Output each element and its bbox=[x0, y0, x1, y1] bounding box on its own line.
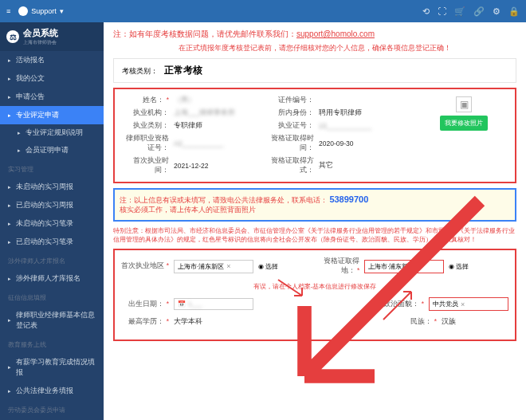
clear-icon[interactable]: × bbox=[417, 262, 421, 270]
sidebar-item[interactable]: ▸律师职业经律师基本信息登记表 bbox=[0, 306, 104, 335]
sidebar-item[interactable]: ▸已启动的实习笔录 bbox=[0, 233, 104, 251]
menu-icon: ▸ bbox=[8, 221, 11, 227]
sidebar-item[interactable]: ▸专业评定规则说明 bbox=[0, 124, 104, 142]
user-name: Support bbox=[31, 7, 57, 15]
expand-icon[interactable]: ⛶ bbox=[438, 6, 446, 17]
sidebar-item-label: 已启动的实习周报 bbox=[16, 200, 73, 210]
dropdown-icon[interactable]: ▾ bbox=[60, 7, 64, 15]
sidebar-item-label: 活动报名 bbox=[16, 55, 45, 65]
menu-section: 教育服务上线 bbox=[0, 336, 104, 353]
val-eth: 汉族 bbox=[442, 317, 456, 327]
sidebar-item-label: 会员证明申请 bbox=[26, 146, 69, 155]
lbl-loc2: 资格证取得地： bbox=[312, 257, 359, 276]
val-date1: 2020-09-30 bbox=[319, 139, 414, 147]
clear-icon[interactable]: × bbox=[461, 300, 465, 308]
logo: ⚖ 会员系统 上海市律师协会 bbox=[0, 22, 104, 51]
yellow-notice: 注：以上信息有误或未填写，请致电公共法律服务处，联系电话： 53899700 核… bbox=[113, 188, 516, 222]
lbl-pol: 政治面貌： bbox=[376, 300, 424, 309]
menu-icon: ▸ bbox=[18, 147, 21, 154]
sidebar-item[interactable]: ▸涉外律师人才库报名 bbox=[0, 269, 104, 288]
hamburger-icon[interactable]: ≡ bbox=[6, 7, 10, 15]
lbl-date1: 资格证取得时间： bbox=[258, 134, 314, 153]
gear-icon[interactable]: ⚙ bbox=[493, 6, 500, 17]
refresh-icon[interactable]: ⟲ bbox=[422, 6, 430, 17]
notice-line: 注：如有年度考核数据问题，请优先邮件联系我们：support@homolo.co… bbox=[113, 29, 516, 40]
menu-section: 实习管理 bbox=[0, 161, 104, 178]
menu-icon: ▸ bbox=[8, 112, 11, 119]
val-name: （男） bbox=[174, 96, 253, 105]
lbl-type: 执业类别： bbox=[121, 121, 169, 131]
brand-title: 会员系统 bbox=[23, 27, 58, 39]
birth-input[interactable]: 📅1___ bbox=[174, 298, 253, 310]
menu-icon: ▸ bbox=[8, 317, 11, 324]
warning-text: 特别注意：根据市司法局、市经济和信息委员会、市征信管理办公室《关于法律服务行业信… bbox=[113, 226, 516, 244]
brand-sub: 上海市律师协会 bbox=[23, 39, 58, 46]
cart-icon[interactable]: 🛒 bbox=[454, 6, 465, 17]
menu-icon: ▸ bbox=[8, 364, 11, 371]
form-error: 有误，请在个人档案-基本信息进行修改保存 bbox=[253, 282, 377, 291]
link-icon[interactable]: 🔗 bbox=[473, 6, 485, 17]
lbl-cert: 证件编号： bbox=[258, 96, 314, 105]
sidebar-item-label: 申请公告 bbox=[16, 92, 45, 102]
sidebar-item[interactable]: ▸有薪学习教育完成情况填报 bbox=[0, 353, 104, 382]
sidebar-item-label: 有薪学习教育完成情况填报 bbox=[16, 357, 96, 378]
val-type: 专职律师 bbox=[174, 121, 253, 131]
radio-select2[interactable]: ◉ 选择 bbox=[449, 262, 469, 271]
menu-icon: ▸ bbox=[8, 276, 11, 282]
val-qual: A2___________ bbox=[174, 139, 253, 147]
lbl-eth: 民族： bbox=[389, 317, 437, 327]
lbl-name: 姓名： bbox=[121, 96, 169, 105]
sidebar-item-label: 律师职业经律师基本信息登记表 bbox=[16, 310, 96, 331]
sidebar-item[interactable]: ▸已启动的实习周报 bbox=[0, 196, 104, 214]
exam-type-value: 正常考核 bbox=[164, 65, 202, 76]
top-actions: ⟲ ⛶ 🛒 🔗 ⚙ 🔒 bbox=[422, 6, 520, 17]
pol-select[interactable]: 中共党员× bbox=[429, 297, 508, 311]
lbl-date2: 首次执业时间： bbox=[121, 156, 169, 175]
lbl-way: 资格证取得方式： bbox=[258, 156, 314, 175]
lbl-qual: 律师职业资格证号： bbox=[121, 134, 169, 153]
lock-icon[interactable]: 🔒 bbox=[508, 6, 520, 17]
val-way: 其它 bbox=[319, 161, 414, 171]
form-box: 首次执业地区 上海市·浦东新区× ◉ 选择 资格证取得地： 上海市·浦东新区× … bbox=[113, 249, 516, 341]
contact-phone: 53899700 bbox=[329, 194, 368, 204]
support-email[interactable]: support@homolo.com bbox=[296, 29, 375, 38]
loc1-select[interactable]: 上海市·浦东新区× bbox=[174, 260, 253, 273]
lbl-org: 执业机构： bbox=[121, 108, 169, 118]
yellow-text: 注：以上信息有误或未填写，请致电公共法律服务处，联系电话： bbox=[120, 196, 328, 204]
lbl-role: 所内身份： bbox=[258, 108, 314, 118]
content-area: 注：如有年度考核数据问题，请优先邮件联系我们：support@homolo.co… bbox=[104, 22, 526, 420]
sidebar-item[interactable]: ▸活动报名 bbox=[0, 51, 104, 69]
sidebar-item-label: 公共法律业务填报 bbox=[16, 386, 73, 396]
top-bar: ≡ Support ▾ ⟲ ⛶ 🛒 🔗 ⚙ 🔒 bbox=[0, 0, 526, 22]
radio-select[interactable]: ◉ 选择 bbox=[258, 262, 278, 271]
sidebar-item-label: 我的公文 bbox=[16, 73, 45, 84]
sidebar-item[interactable]: ▸我的公文 bbox=[0, 69, 104, 88]
lbl-loc1: 首次执业地区 bbox=[121, 261, 169, 271]
lbl-birth: 出生日期： bbox=[121, 300, 169, 309]
sidebar-item[interactable]: ▸未启动的实习笔录 bbox=[0, 214, 104, 233]
sidebar-item-label: 专业评定规则说明 bbox=[26, 128, 83, 138]
exam-type-box: 考核类别：正常考核 bbox=[113, 58, 516, 83]
val-org: 上海___律师事务所 bbox=[174, 108, 253, 118]
menu-section: 劳动委员会委员申请 bbox=[0, 402, 104, 418]
menu-icon: ▸ bbox=[8, 57, 11, 64]
yellow-text2: 核实必须工作，请上传本人的证照背面照片 bbox=[120, 206, 256, 214]
menu-icon: ▸ bbox=[8, 202, 11, 209]
clear-icon[interactable]: × bbox=[226, 262, 230, 270]
sidebar: ⚖ 会员系统 上海市律师协会 ▸活动报名▸我的公文▸申请公告▸专业评定申请▸专业… bbox=[0, 22, 104, 420]
val-date2: 2021-12-22 bbox=[174, 162, 253, 170]
lbl-lic: 执业证号： bbox=[258, 121, 314, 131]
sidebar-item[interactable]: ▸专业评定申请 bbox=[0, 106, 104, 124]
sidebar-item-label: 未启动的实习笔录 bbox=[16, 218, 73, 229]
sidebar-item-label: 已启动的实习笔录 bbox=[16, 237, 73, 247]
exam-type-label: 考核类别： bbox=[122, 67, 158, 75]
sidebar-item[interactable]: ▸会员证明申请 bbox=[0, 142, 104, 159]
sidebar-item-label: 未启动的实习周报 bbox=[16, 182, 73, 192]
change-photo-button[interactable]: 我要修改照片 bbox=[440, 116, 488, 131]
sidebar-item[interactable]: ▸未启动的实习周报 bbox=[0, 178, 104, 196]
sidebar-item[interactable]: ▸公共法律业务填报 bbox=[0, 382, 104, 400]
avatar[interactable] bbox=[18, 6, 28, 16]
sidebar-item[interactable]: ▸申请公告 bbox=[0, 88, 104, 106]
loc2-select[interactable]: 上海市·浦东新区× bbox=[364, 260, 444, 273]
photo-placeholder: ▣ bbox=[456, 96, 472, 112]
